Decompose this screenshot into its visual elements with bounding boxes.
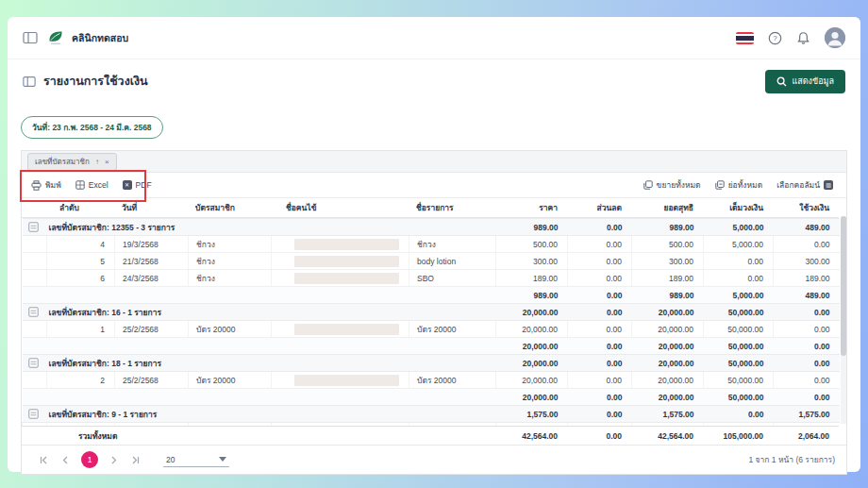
next-page-button[interactable] [109, 456, 118, 464]
table-row[interactable]: 6 24/3/2568 ชีกวง SBO 189.00 0.00 189.00… [23, 270, 840, 287]
group-label: เลขที่บัตรสมาชิก: 12355 - 3 รายการ [47, 219, 496, 236]
first-page-button[interactable] [40, 456, 48, 464]
col-header-price[interactable]: ราคา [495, 198, 567, 218]
export-excel-button[interactable]: Excel [75, 180, 108, 190]
col-header-item-name[interactable]: ชื่อรายการ [409, 198, 495, 218]
choose-columns-button[interactable]: เลือกคอลัมน์ ▥ [776, 178, 833, 192]
pagination-bar: 1 20 1 จาก 1 หน้า (6 รายการ) [22, 445, 846, 474]
collapse-group-icon[interactable] [28, 409, 39, 419]
expand-all-icon [643, 180, 653, 190]
clinic-logo [47, 29, 64, 46]
last-page-button[interactable] [131, 456, 140, 464]
group-subtotal-row: 20,000.00 0.00 20,000.00 50,000.00 0.00 [23, 389, 840, 406]
group-header-row[interactable]: เลขที่บัตรสมาชิก: 9 - 1 รายการ 1,575.00 … [23, 406, 840, 423]
group-header-row[interactable]: เลขที่บัตรสมาชิก: 12355 - 3 รายการ 989.0… [23, 219, 840, 236]
svg-text:?: ? [773, 34, 777, 42]
clinic-name: คลินิกทดสอบ [72, 30, 128, 46]
scrollbar-thumb[interactable] [841, 216, 846, 356]
export-pdf-button[interactable]: ✕ PDF [123, 180, 152, 190]
group-label: เลขที่บัตรสมาชิก: 16 - 1 รายการ [47, 304, 496, 321]
group-label: เลขที่บัตรสมาชิก: 9 - 1 รายการ [47, 406, 496, 423]
thai-flag-language-icon[interactable] [736, 32, 754, 44]
col-header-credit-limit[interactable]: เต็มวงเงิน [703, 198, 773, 218]
printer-icon [31, 180, 42, 191]
prev-page-button[interactable] [61, 456, 70, 464]
group-subtotal-row: 989.00 0.00 989.00 5,000.00 489.00 [23, 287, 840, 304]
redacted-patient-name [294, 324, 399, 335]
table-row[interactable]: 1 25/2/2568 บัตร 20000 บัตร 20000 20,000… [23, 321, 840, 338]
page-size-select[interactable]: 20 [163, 453, 229, 467]
collapse-group-icon[interactable] [28, 222, 39, 232]
pdf-icon: ✕ [123, 180, 132, 190]
table-body-viewport: เลขที่บัตรสมาชิก: 12355 - 3 รายการ 989.0… [22, 218, 846, 426]
collapse-all-icon [715, 180, 725, 190]
group-header-row[interactable]: เลขที่บัตรสมาชิก: 18 - 1 รายการ 20,000.0… [23, 355, 840, 372]
excel-icon [75, 180, 85, 190]
expand-all-button[interactable]: ขยายทั้งหมด [643, 178, 701, 192]
group-header-row[interactable]: เลขที่บัตรสมาชิก: 16 - 1 รายการ 20,000.0… [23, 304, 840, 321]
current-page-indicator[interactable]: 1 [81, 451, 98, 468]
col-header-member-card[interactable]: บัตรสมาชิก [188, 198, 271, 218]
pagination-info: 1 จาก 1 หน้า (6 รายการ) [748, 453, 835, 466]
title-bar: รายงานการใช้วงเงิน แสดงข้อมูล [8, 59, 860, 103]
table-header: ลำดับ วันที่ บัตรสมาชิก ชื่อคนไข้ ชื่อรา… [22, 198, 839, 218]
remove-group-icon[interactable]: × [105, 158, 109, 166]
col-header-date[interactable]: วันที่ [114, 198, 188, 218]
group-chip-member-card[interactable]: เลขที่บัตรสมาชิก ↑ × [27, 153, 117, 171]
collapse-group-icon[interactable] [28, 307, 39, 317]
sort-asc-icon[interactable]: ↑ [95, 158, 99, 166]
redacted-patient-name [294, 239, 399, 250]
user-avatar[interactable] [825, 27, 845, 48]
group-label: เลขที่บัตรสมาชิก: 18 - 1 รายการ [47, 355, 496, 372]
clipped-row [23, 423, 840, 427]
grid-toolbar: พิมพ์ Excel ✕ PDF [22, 173, 846, 198]
table-row[interactable]: 4 19/3/2568 ชีกวง ชีกวง 500.00 0.00 500.… [23, 236, 840, 253]
col-header-net-total[interactable]: ยอดสุทธิ [631, 198, 703, 218]
group-panel: เลขที่บัตรสมาชิก ↑ × [22, 151, 846, 173]
collapse-all-button[interactable]: ย่อทั้งหมด [715, 178, 763, 192]
col-header-discount[interactable]: ส่วนลด [567, 198, 631, 218]
page-title: รายงานการใช้วงเงิน [43, 72, 148, 91]
table-row[interactable]: 5 21/3/2568 ชีกวง body lotion 300.00 0.0… [23, 253, 840, 270]
app-window: คลินิกทดสอบ ? รายงานการใช้วงเงิน แสดงข้อ… [8, 17, 860, 472]
notification-bell-icon[interactable] [796, 31, 810, 45]
choose-columns-icon: ▥ [824, 180, 833, 190]
date-range-chip[interactable]: วันที่: 23 ก.พ. 2568 - 24 มี.ค. 2568 [21, 116, 163, 139]
data-grid: เลขที่บัตรสมาชิก ↑ × พิมพ์ Excel [21, 150, 847, 475]
col-header-credit-used[interactable]: ใช้วงเงิน [773, 198, 839, 218]
print-button[interactable]: พิมพ์ [31, 178, 61, 192]
col-header-patient-name[interactable]: ชื่อคนไข้ [271, 198, 409, 218]
redacted-patient-name [294, 273, 399, 284]
sidebar-toggle-icon[interactable] [23, 31, 38, 44]
collapse-group-icon[interactable] [28, 358, 39, 368]
show-data-button[interactable]: แสดงข้อมูล [765, 70, 845, 93]
table-row[interactable]: 2 25/2/2568 บัตร 20000 บัตร 20000 20,000… [23, 372, 840, 389]
group-subtotal-row: 20,000.00 0.00 20,000.00 50,000.00 0.00 [23, 338, 840, 355]
help-icon[interactable]: ? [768, 31, 782, 45]
top-bar: คลินิกทดสอบ ? [8, 17, 860, 59]
vertical-scrollbar[interactable] [841, 216, 846, 424]
search-icon [776, 76, 787, 87]
report-icon [23, 76, 36, 88]
grand-total: รวมทั้งหมด 42,564.00 0.00 42,564.00 105,… [22, 426, 839, 445]
redacted-patient-name [294, 256, 399, 267]
chevron-down-icon [219, 457, 226, 462]
redacted-patient-name [294, 375, 399, 386]
col-header-order[interactable]: ลำดับ [46, 198, 114, 218]
grand-total-label: รวมทั้งหมด [46, 427, 495, 446]
